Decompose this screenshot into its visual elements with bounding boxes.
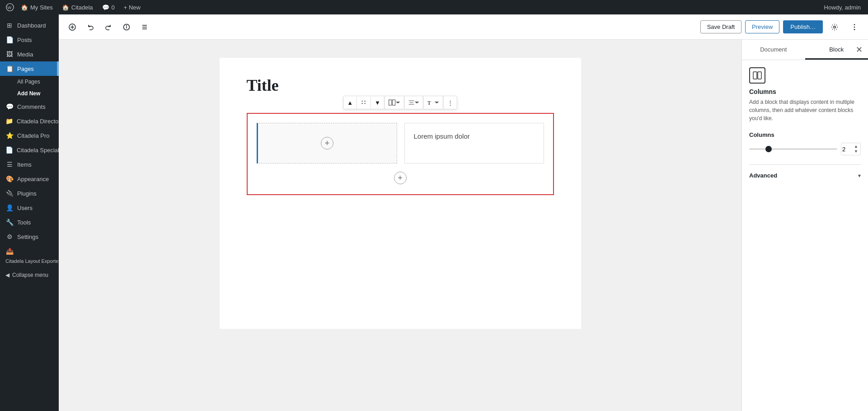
block-move-up-button[interactable]: ▲ <box>343 97 357 109</box>
appearance-icon: 🎨 <box>5 175 14 182</box>
svg-point-7 <box>127 25 127 26</box>
tools-icon: 🔧 <box>5 219 14 226</box>
toolbar-actions: Save Draft Preview Publish… <box>700 19 863 35</box>
advanced-chevron-icon: ▾ <box>858 173 861 179</box>
admin-menu: ⊞ Dashboard 📄 Posts 🖼 Media 📋 Pages All … <box>0 14 59 411</box>
admin-bar: W 🏠 My Sites 🏠 Citadela 💬 0 + New Howdy,… <box>0 0 868 14</box>
svg-rect-19 <box>389 100 392 105</box>
block-move-down-button[interactable]: ▼ <box>371 97 385 109</box>
save-draft-button[interactable]: Save Draft <box>700 20 741 33</box>
sidebar-item-appearance[interactable]: 🎨 Appearance <box>0 172 59 186</box>
svg-rect-25 <box>753 72 757 79</box>
svg-rect-26 <box>758 72 761 79</box>
pages-icon: 📋 <box>5 65 14 72</box>
columns-number-input[interactable] <box>841 146 853 153</box>
lorem-text: Lorem ipsum dolor <box>414 132 470 140</box>
adminbar-comments[interactable]: 💬 0 <box>98 0 119 14</box>
dashboard-icon: ⊞ <box>5 22 14 29</box>
sidebar-item-citadela-layout-exporter[interactable]: 📤 Citadela Layout Exporter <box>0 244 59 267</box>
block-description: Add a block that displays content in mul… <box>749 98 861 122</box>
sidebar-subitem-all-pages[interactable]: All Pages <box>0 76 59 88</box>
editor-toolbar: Save Draft Preview Publish… <box>59 14 868 40</box>
page-content: Title ▲ ▼ <box>220 58 581 329</box>
add-block-in-column[interactable]: + <box>321 137 333 149</box>
sidebar-item-items[interactable]: ☰ Items <box>0 157 59 172</box>
redo-button[interactable] <box>100 19 117 35</box>
publish-button[interactable]: Publish… <box>783 20 823 33</box>
posts-icon: 📄 <box>5 36 14 43</box>
adminbar-user: Howdy, admin <box>824 4 864 11</box>
sidebar-item-dashboard[interactable]: ⊞ Dashboard <box>0 18 59 33</box>
adminbar-mysites[interactable]: 🏠 My Sites <box>16 0 57 14</box>
directory-icon: 📁 <box>5 117 13 125</box>
column-right[interactable]: Lorem ipsum dolor <box>404 123 544 163</box>
advanced-toggle[interactable]: Advanced ▾ <box>749 170 861 181</box>
page-title[interactable]: Title <box>247 76 554 95</box>
block-more-options[interactable]: ⋮ <box>444 97 457 109</box>
svg-text:W: W <box>8 5 12 10</box>
more-options-button[interactable] <box>846 19 863 35</box>
svg-point-11 <box>834 26 836 28</box>
special-pages-icon: 📄 <box>5 146 13 154</box>
alignment-button[interactable] <box>405 97 423 108</box>
sidebar-item-settings[interactable]: ⚙ Settings <box>0 229 59 244</box>
svg-point-15 <box>362 101 363 102</box>
wp-logo[interactable]: W <box>4 0 16 14</box>
info-button[interactable] <box>118 19 135 35</box>
column-left[interactable]: + <box>257 123 397 163</box>
columns-block[interactable]: ▲ ▼ <box>247 113 554 195</box>
preview-button[interactable]: Preview <box>745 20 779 33</box>
svg-text:T: T <box>427 100 431 106</box>
sidebar-item-users[interactable]: 👤 Users <box>0 201 59 215</box>
sidebar-subitem-add-new[interactable]: Add New <box>0 88 59 99</box>
block-drag-handle[interactable] <box>357 97 371 108</box>
undo-button[interactable] <box>82 19 99 35</box>
columns-layout-button[interactable] <box>385 97 404 108</box>
svg-point-17 <box>362 103 363 104</box>
svg-point-13 <box>854 26 855 28</box>
columns-section-label: Columns <box>749 131 861 138</box>
add-block-bottom: + <box>257 169 544 187</box>
comments-icon: 💬 <box>102 4 109 11</box>
panel-close-button[interactable]: ✕ <box>854 43 864 56</box>
sidebar-item-citadela-pro[interactable]: ⭐ Citadela Pro <box>0 128 59 143</box>
media-icon: 🖼 <box>5 51 14 58</box>
sidebar-item-plugins[interactable]: 🔌 Plugins <box>0 186 59 201</box>
advanced-label: Advanced <box>749 172 777 179</box>
svg-point-18 <box>365 103 366 104</box>
block-icon <box>749 67 765 84</box>
editor-canvas[interactable]: Title ▲ ▼ <box>59 40 741 411</box>
list-view-button[interactable] <box>136 19 153 35</box>
adminbar-sitename[interactable]: 🏠 Citadela <box>57 0 98 14</box>
columns-container: + Lorem ipsum dolor <box>257 123 544 163</box>
svg-point-14 <box>854 29 855 30</box>
advanced-section: Advanced ▾ <box>749 164 861 181</box>
document-tab[interactable]: Document <box>742 40 805 60</box>
add-block-button[interactable] <box>64 19 80 35</box>
comment-icon: 💬 <box>5 103 14 110</box>
sidebar-item-posts[interactable]: 📄 Posts <box>0 33 59 47</box>
sidebar-item-comments[interactable]: 💬 Comments <box>0 99 59 114</box>
sidebar-item-tools[interactable]: 🔧 Tools <box>0 215 59 229</box>
svg-rect-20 <box>393 100 395 105</box>
add-block-bottom-button[interactable]: + <box>394 172 407 184</box>
sidebar-item-pages[interactable]: 📋 Pages <box>0 61 59 76</box>
typography-button[interactable]: T <box>424 97 443 108</box>
settings-toggle-button[interactable] <box>826 19 843 35</box>
editor-content-wrap: Title ▲ ▼ <box>59 40 868 411</box>
sidebar-item-citadela-directory[interactable]: 📁 Citadela Directory <box>0 114 59 128</box>
sidebar-item-media[interactable]: 🖼 Media <box>0 47 59 61</box>
panel-tabs: Document Block ✕ <box>742 40 868 60</box>
items-icon: ☰ <box>5 161 14 168</box>
plugins-icon: 🔌 <box>5 190 14 197</box>
columns-stepper-arrows[interactable]: ▲ ▼ <box>853 144 859 154</box>
adminbar-new[interactable]: + New <box>119 0 145 14</box>
citadela-pro-icon: ⭐ <box>5 132 14 139</box>
exporter-icon: 📤 <box>5 248 14 255</box>
site-home-icon: 🏠 <box>62 4 69 11</box>
block-title: Columns <box>749 88 861 95</box>
collapse-menu-button[interactable]: ◀ Collapse menu <box>0 267 59 283</box>
svg-point-16 <box>365 101 366 102</box>
sidebar-item-citadela-special-pages[interactable]: 📄 Citadela Special Pages <box>0 143 59 157</box>
columns-slider[interactable] <box>749 148 837 150</box>
